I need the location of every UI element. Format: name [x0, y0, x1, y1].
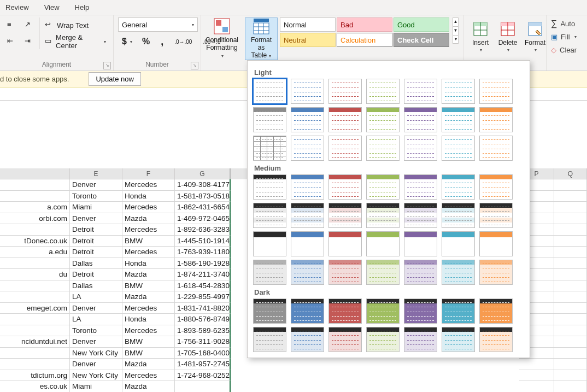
table-style-swatch[interactable]	[328, 299, 362, 324]
cell[interactable]: Mercedes	[122, 179, 175, 191]
cell[interactable]: emeget.com	[0, 303, 70, 314]
table-style-swatch[interactable]	[291, 203, 324, 228]
table-style-swatch[interactable]	[366, 136, 400, 161]
table-style-swatch[interactable]	[366, 260, 400, 285]
table-style-swatch[interactable]	[442, 327, 475, 352]
cell[interactable]: es.co.uk	[0, 381, 70, 392]
cell[interactable]: LA	[70, 314, 122, 325]
table-style-swatch[interactable]	[442, 260, 475, 285]
table-style-swatch[interactable]	[328, 107, 362, 132]
table-style-swatch[interactable]	[366, 79, 400, 104]
number-format-dropdown[interactable]: General ▾	[118, 17, 198, 32]
table-style-swatch[interactable]	[328, 260, 362, 285]
table-style-swatch[interactable]	[442, 136, 475, 161]
cell[interactable]	[554, 202, 587, 213]
cell[interactable]: 1-581-873-0518	[175, 191, 231, 202]
wrap-text-button[interactable]: ↩Wrap Text	[42, 17, 109, 33]
cell[interactable]: Mercedes	[122, 247, 175, 258]
cell[interactable]: 1-756-311-9028	[175, 336, 231, 348]
cell[interactable]: Mercedes	[122, 224, 175, 236]
table-style-swatch[interactable]	[442, 299, 475, 324]
percent-format-button[interactable]: %	[139, 34, 152, 49]
cell[interactable]	[519, 359, 554, 370]
cell[interactable]	[0, 258, 70, 270]
table-style-swatch[interactable]	[291, 327, 324, 352]
cell[interactable]: Detroit	[70, 236, 122, 247]
merge-center-button[interactable]: ▭Merge & Center▾	[42, 34, 109, 49]
decrease-indent-button[interactable]: ⇤	[4, 34, 20, 49]
increase-decimal-button[interactable]: .0→.00	[172, 34, 195, 49]
clear-button[interactable]: ◇Clear	[551, 44, 577, 56]
style-normal[interactable]: Normal	[280, 17, 336, 32]
cell[interactable]: Honda	[122, 314, 175, 325]
cell[interactable]: Denver	[70, 336, 122, 348]
cell[interactable]: 1-481-957-2745	[175, 359, 231, 370]
cell[interactable]: 1-831-741-8820	[175, 303, 231, 314]
style-good[interactable]: Good	[394, 17, 449, 32]
cell[interactable]: LA	[70, 291, 122, 303]
cell[interactable]	[554, 381, 587, 392]
cell[interactable]	[0, 179, 70, 191]
styles-more-button[interactable]: ▾	[453, 35, 459, 44]
cell[interactable]: 1-618-454-2830	[175, 280, 231, 292]
table-style-swatch[interactable]	[291, 260, 324, 285]
cell[interactable]: 1-409-308-4177	[175, 179, 231, 191]
table-style-swatch[interactable]	[442, 79, 475, 104]
table-style-swatch[interactable]	[291, 79, 324, 104]
cell[interactable]: tDonec.co.uk	[0, 236, 70, 247]
cell[interactable]: BMW	[122, 236, 175, 247]
cell[interactable]: Detroit	[70, 247, 122, 258]
cell[interactable]: 1-763-939-1180	[175, 247, 231, 258]
table-style-swatch[interactable]	[366, 203, 400, 228]
table-style-swatch[interactable]	[328, 327, 362, 352]
cell[interactable]: 1-469-972-0465	[175, 213, 231, 225]
cell[interactable]	[0, 325, 70, 337]
table-style-swatch[interactable]	[366, 107, 400, 132]
cell[interactable]	[554, 336, 587, 348]
cell[interactable]	[554, 191, 587, 202]
table-style-swatch[interactable]	[404, 327, 437, 352]
insert-button[interactable]: Insert▾	[468, 17, 493, 57]
table-style-swatch[interactable]	[442, 231, 475, 256]
table-style-swatch[interactable]	[253, 107, 286, 132]
cell[interactable]: Mercedes	[122, 303, 175, 314]
cell[interactable]	[554, 359, 587, 370]
table-style-swatch[interactable]	[479, 174, 513, 200]
delete-button[interactable]: Delete▾	[495, 17, 520, 57]
cell[interactable]	[0, 314, 70, 325]
table-style-swatch[interactable]	[404, 107, 437, 132]
cell[interactable]	[554, 325, 587, 337]
cell[interactable]: BMW	[122, 280, 175, 292]
cell[interactable]: New York City	[70, 370, 122, 382]
cell[interactable]	[554, 291, 587, 303]
table-style-swatch[interactable]	[479, 231, 513, 256]
cell[interactable]	[0, 291, 70, 303]
table-style-swatch[interactable]	[366, 231, 400, 256]
cell[interactable]	[554, 258, 587, 270]
cell[interactable]	[554, 314, 587, 325]
colhead-d-fragment[interactable]	[0, 168, 70, 179]
cell[interactable]	[554, 236, 587, 247]
cell[interactable]: Mazda	[122, 359, 175, 370]
styles-scroll-up[interactable]: ▲	[453, 17, 459, 26]
table-style-swatch[interactable]	[404, 260, 437, 285]
cell[interactable]: Honda	[122, 258, 175, 270]
style-calculation[interactable]: Calculation	[337, 33, 392, 47]
cell[interactable]: 1-892-636-3283	[175, 224, 231, 236]
cell[interactable]: nciduntdui.net	[0, 336, 70, 348]
cell[interactable]	[554, 280, 587, 292]
table-style-swatch[interactable]	[479, 299, 513, 324]
table-style-swatch[interactable]	[366, 299, 400, 324]
cell[interactable]	[554, 370, 587, 382]
table-style-swatch[interactable]	[404, 299, 437, 324]
table-style-swatch[interactable]	[291, 136, 324, 161]
comma-format-button[interactable]: ,	[158, 34, 166, 49]
cell[interactable]: 1-445-510-1914	[175, 236, 231, 247]
table-style-swatch[interactable]	[291, 231, 324, 256]
table-style-swatch[interactable]	[291, 299, 324, 324]
cell[interactable]: Dallas	[70, 258, 122, 270]
cell[interactable]: Detroit	[70, 269, 122, 280]
colhead-f[interactable]: F	[122, 168, 175, 179]
table-style-swatch[interactable]	[404, 203, 437, 228]
cell[interactable]: Mazda	[122, 213, 175, 225]
